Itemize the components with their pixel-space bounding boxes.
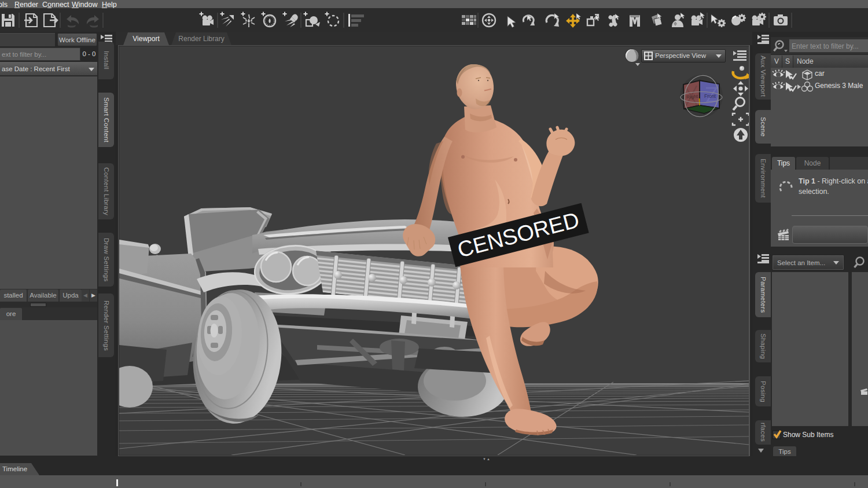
svg-text:Right: Right [686, 93, 698, 100]
svg-text:Front: Front [704, 93, 716, 99]
